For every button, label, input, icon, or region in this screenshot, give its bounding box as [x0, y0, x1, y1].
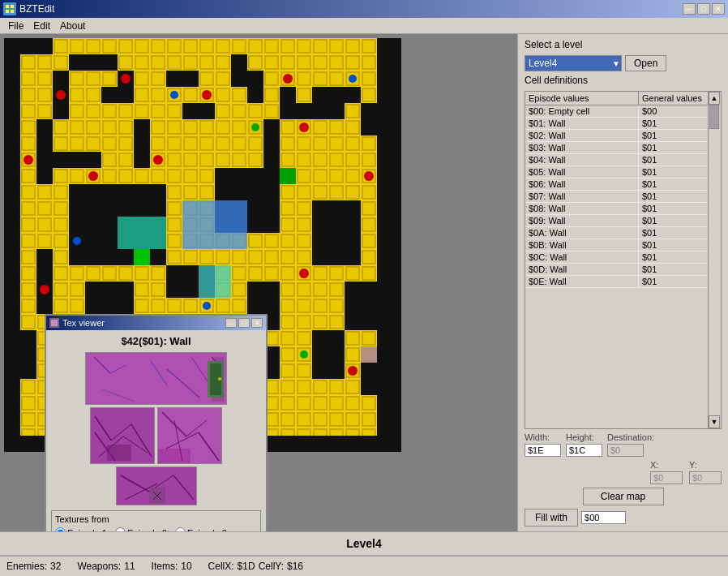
- svg-rect-45: [20, 330, 36, 379]
- level-dropdown[interactable]: Level4 Level1 Level2 Level3 Level5: [525, 55, 622, 71]
- tex-radio-group: Episode 1 Episode 2 Episode 3: [55, 527, 257, 531]
- cell-def-row[interactable]: $01: Wall $01: [525, 118, 708, 130]
- tex-episode2-radio[interactable]: [115, 527, 126, 531]
- svg-rect-13: [20, 38, 36, 54]
- cell-general-value: $01: [639, 166, 708, 178]
- cell-def-row[interactable]: $0B: Wall $01: [525, 239, 708, 251]
- y-input[interactable]: [689, 471, 722, 484]
- tex-episode3-option[interactable]: Episode 3: [175, 527, 227, 531]
- x-input[interactable]: [650, 471, 683, 484]
- menu-file[interactable]: File: [3, 19, 28, 33]
- close-button[interactable]: ✕: [712, 3, 725, 15]
- cell-def-row[interactable]: $00: Empty cell $00: [525, 105, 708, 118]
- level-name: Level4: [346, 537, 382, 550]
- svg-rect-23: [36, 119, 53, 184]
- svg-point-61: [299, 123, 309, 132]
- svg-rect-14: [36, 38, 53, 54]
- cell-general-value: $01: [639, 251, 708, 263]
- cell-general-value: $01: [639, 276, 708, 287]
- svg-point-74: [300, 350, 308, 359]
- svg-point-60: [153, 155, 163, 165]
- xy-row: X: Y:: [525, 460, 722, 484]
- svg-rect-22: [361, 103, 377, 135]
- app-title: BZTEdit: [19, 3, 54, 15]
- cell-def-row[interactable]: $0E: Wall $01: [525, 276, 708, 288]
- tex-minimize-button[interactable]: —: [225, 318, 237, 328]
- tex-episode2-option[interactable]: Episode 2: [115, 527, 167, 531]
- svg-point-64: [299, 269, 309, 278]
- open-button[interactable]: Open: [625, 55, 666, 71]
- cell-def-row[interactable]: $0D: Wall $01: [525, 264, 708, 276]
- cell-episode-value: $04: Wall: [525, 154, 639, 165]
- tex-episode1-radio[interactable]: [55, 527, 66, 531]
- cell-episode-value: $05: Wall: [525, 166, 639, 178]
- items-label: Items:: [152, 561, 178, 572]
- cell-episode-value: $03: Wall: [525, 142, 639, 153]
- cell-def-row[interactable]: $0A: Wall $01: [525, 227, 708, 239]
- svg-point-54: [56, 90, 66, 100]
- cell-def-row[interactable]: $04: Wall $01: [525, 154, 708, 166]
- fill-value-input[interactable]: [581, 511, 626, 524]
- svg-rect-53: [118, 217, 166, 249]
- svg-rect-75: [361, 346, 377, 363]
- height-input[interactable]: [566, 444, 602, 457]
- cell-episode-value: $08: Wall: [525, 203, 639, 214]
- tex-maximize-button[interactable]: □: [238, 318, 250, 328]
- minimize-button[interactable]: —: [683, 3, 696, 15]
- tex-episode3-radio[interactable]: [175, 527, 186, 531]
- cell-general-value: $01: [639, 130, 708, 141]
- cell-general-value: $01: [639, 142, 708, 153]
- tex-close-button[interactable]: ✕: [251, 318, 263, 328]
- scroll-thumb[interactable]: [709, 105, 719, 129]
- cell-def-row[interactable]: $05: Wall $01: [525, 166, 708, 178]
- cell-def-row[interactable]: $03: Wall $01: [525, 142, 708, 154]
- svg-point-55: [121, 74, 131, 84]
- cell-episode-value: $02: Wall: [525, 130, 639, 141]
- destination-input[interactable]: [607, 444, 644, 457]
- title-bar: BZTEdit — □ ✕: [0, 0, 728, 18]
- enemies-status: Enemies: 32: [6, 561, 61, 572]
- scroll-up-button[interactable]: ▲: [709, 92, 720, 105]
- menu-about[interactable]: About: [55, 19, 90, 33]
- scrollbar[interactable]: ▲ ▼: [708, 92, 721, 428]
- maximize-button[interactable]: □: [697, 3, 710, 15]
- svg-rect-18: [69, 54, 118, 71]
- svg-rect-51: [134, 249, 150, 265]
- right-panel: Select a level Level4 Level1 Level2 Leve…: [517, 34, 728, 531]
- cell-episode-value: $0A: Wall: [525, 227, 639, 239]
- cell-episode-value: $00: Empty cell: [525, 105, 639, 117]
- clear-map-button[interactable]: Clear map: [583, 488, 664, 505]
- width-input[interactable]: [525, 444, 561, 457]
- x-label: X:: [650, 460, 683, 470]
- cell-def-row[interactable]: $07: Wall $01: [525, 191, 708, 203]
- items-value: 10: [181, 561, 191, 572]
- cell-def-row[interactable]: $06: Wall $01: [525, 178, 708, 191]
- svg-rect-20: [231, 54, 247, 87]
- window-controls: — □ ✕: [683, 3, 725, 15]
- svg-rect-4: [11, 10, 14, 13]
- celly-value: $16: [287, 561, 303, 572]
- tex-viewer-title: Tex viewer: [62, 318, 105, 328]
- scroll-down-button[interactable]: ▼: [709, 415, 720, 428]
- svg-rect-21: [312, 87, 361, 103]
- tex-episode1-option[interactable]: Episode 1: [55, 527, 107, 531]
- cell-general-value: $01: [639, 191, 708, 202]
- tex-from-label: Textures from: [55, 514, 257, 524]
- enemies-value: 32: [50, 561, 61, 572]
- cell-episode-value: $06: Wall: [525, 178, 639, 190]
- level-select-row: Level4 Level1 Level2 Level3 Level5 ▼ Ope…: [525, 55, 722, 71]
- svg-rect-24: [53, 152, 101, 168]
- svg-point-63: [40, 285, 49, 294]
- cell-def-row[interactable]: $0C: Wall $01: [525, 251, 708, 264]
- cell-general-value: $01: [639, 154, 708, 165]
- cell-episode-value: $0D: Wall: [525, 264, 639, 275]
- cell-def-rows[interactable]: $00: Empty cell $00 $01: Wall $01 $02: W…: [525, 105, 708, 428]
- cell-general-value: $01: [639, 227, 708, 239]
- cell-def-row[interactable]: $02: Wall $01: [525, 130, 708, 142]
- fill-with-button[interactable]: Fill with: [525, 509, 578, 527]
- cell-def-row[interactable]: $08: Wall $01: [525, 203, 708, 215]
- menu-edit[interactable]: Edit: [28, 19, 55, 33]
- tex-viewer-controls: — □ ✕: [225, 318, 263, 328]
- cell-def-row[interactable]: $09: Wall $01: [525, 215, 708, 227]
- main-area: Tex viewer — □ ✕ $42($01): Wall: [0, 34, 728, 531]
